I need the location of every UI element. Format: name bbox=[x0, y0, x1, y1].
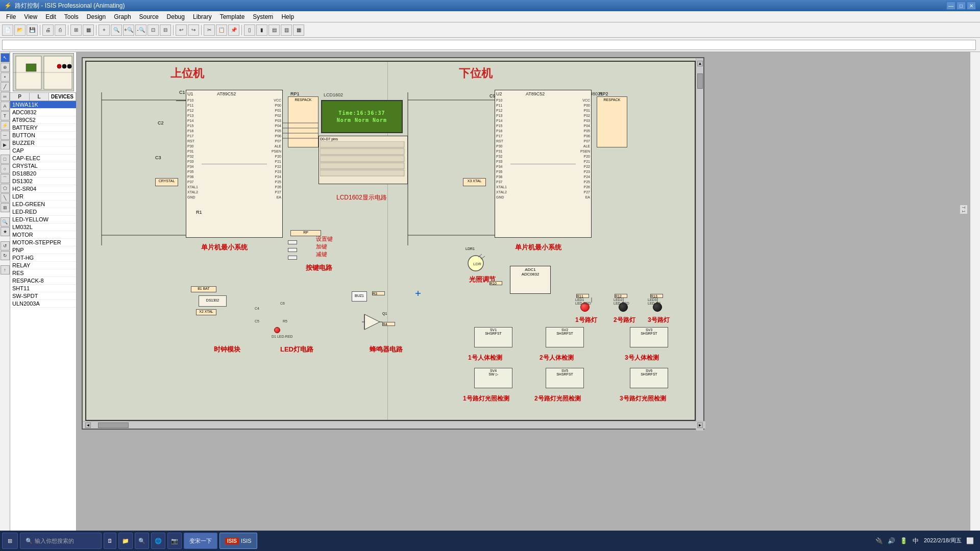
scroll-right-btn[interactable]: ► bbox=[697, 422, 703, 428]
cut-btn[interactable]: ✂ bbox=[204, 24, 215, 36]
tray-battery[interactable]: 🔋 bbox=[899, 537, 908, 545]
arc-tool[interactable]: ⌒ bbox=[1, 174, 10, 183]
taskbar-app-explorer[interactable]: 📁 bbox=[118, 533, 133, 549]
device-POT-HG[interactable]: POT-HG bbox=[10, 254, 76, 262]
symbol-tool[interactable]: ⊞ bbox=[1, 203, 10, 212]
zoom-fit-btn[interactable]: ⊡ bbox=[148, 24, 159, 36]
tab-l[interactable]: L bbox=[30, 93, 49, 101]
taskbar-app-calendar[interactable]: 🗓 bbox=[104, 533, 116, 549]
add-btn[interactable]: + bbox=[99, 24, 110, 36]
paste-btn[interactable]: 📌 bbox=[228, 24, 239, 36]
rotate-cw[interactable]: ↻ bbox=[1, 251, 10, 260]
device-ADC0832[interactable]: ADC0832 bbox=[10, 109, 76, 116]
bus-tool[interactable]: ═ bbox=[1, 92, 10, 101]
taskbar-app-store[interactable]: 📷 bbox=[167, 533, 182, 549]
close-button[interactable]: ✕ bbox=[967, 2, 976, 10]
menu-tools[interactable]: Tools bbox=[60, 12, 83, 21]
scroll-thumb-v[interactable] bbox=[697, 73, 703, 89]
print2-btn[interactable]: ⎙ bbox=[55, 24, 66, 36]
poly-tool[interactable]: ⬠ bbox=[1, 184, 10, 193]
copy-btn[interactable]: 📋 bbox=[216, 24, 227, 36]
print-btn[interactable]: 🖨 bbox=[42, 24, 54, 36]
zoom-area-btn[interactable]: ⊟ bbox=[160, 24, 171, 36]
device-BUZZER[interactable]: BUZZER bbox=[10, 139, 76, 147]
device-AT89C52[interactable]: AT89C52 bbox=[10, 116, 76, 124]
device-CRYSTAL[interactable]: CRYSTAL bbox=[10, 162, 76, 170]
menu-design[interactable]: Design bbox=[83, 12, 110, 21]
maximize-button[interactable]: □ bbox=[957, 2, 966, 10]
scroll-up-btn[interactable]: ▲ bbox=[697, 61, 703, 66]
minimize-button[interactable]: — bbox=[946, 2, 955, 10]
device-LED-YELLOW[interactable]: LED-YELLOW bbox=[10, 216, 76, 223]
box-tool[interactable]: □ bbox=[1, 155, 10, 164]
scroll-left-btn[interactable]: ◄ bbox=[85, 422, 91, 428]
menu-edit[interactable]: Edit bbox=[41, 12, 60, 21]
new-btn[interactable]: 📄 bbox=[2, 24, 13, 36]
device-CAP-ELEC[interactable]: CAP-ELEC bbox=[10, 155, 76, 162]
grid-btn[interactable]: ▦ bbox=[83, 24, 94, 36]
device-SW-SPDT[interactable]: SW-SPDT bbox=[10, 292, 76, 300]
schematic-canvas[interactable]: 上位机 下位机 U1 AT89C52 P10P11P12P13P14P15P16… bbox=[82, 57, 704, 430]
component-tool[interactable]: ⊕ bbox=[1, 63, 10, 72]
device-BUTTON[interactable]: BUTTON bbox=[10, 132, 76, 139]
start-button[interactable]: ⊞ bbox=[2, 533, 18, 549]
device-LED-GREEN[interactable]: LED-GREEN bbox=[10, 201, 76, 208]
scroll-bar-vertical[interactable]: ▲ ▼ bbox=[696, 58, 703, 431]
block3-btn[interactable]: ▤ bbox=[268, 24, 280, 36]
isis-taskbar-btn[interactable]: ISIS ISIS bbox=[219, 533, 257, 549]
device-ULN2003A[interactable]: ULN2003A bbox=[10, 300, 76, 308]
device-DS18B20[interactable]: DS18B20 bbox=[10, 170, 76, 178]
menu-debug[interactable]: Debug bbox=[163, 12, 189, 21]
menu-graph[interactable]: Graph bbox=[110, 12, 135, 21]
text-tool[interactable]: T bbox=[1, 111, 10, 120]
menu-file[interactable]: File bbox=[2, 12, 20, 21]
probe-tool[interactable]: 🔍 bbox=[1, 217, 10, 227]
marker-tool[interactable]: ★ bbox=[1, 227, 10, 236]
zoom-out-btn[interactable]: -🔍 bbox=[135, 24, 146, 36]
device-BATTERY[interactable]: BATTERY bbox=[10, 124, 76, 132]
device-LED-RED[interactable]: LED-RED bbox=[10, 208, 76, 216]
port-tool[interactable]: ▶ bbox=[1, 140, 10, 149]
tray-volume[interactable]: 🔊 bbox=[887, 537, 895, 545]
search-bar[interactable] bbox=[2, 40, 976, 50]
device-list[interactable]: 1NWA11K ADC0832 AT89C52 BATTERY BUTTON B… bbox=[10, 101, 76, 536]
circle-tool[interactable]: ○ bbox=[1, 164, 10, 173]
zoom-in-btn[interactable]: 🔍 bbox=[111, 24, 122, 36]
ime-button[interactable]: 变宋一下 bbox=[184, 533, 217, 549]
device-1NWA11K[interactable]: 1NWA11K bbox=[10, 101, 76, 109]
device-CAP[interactable]: CAP bbox=[10, 147, 76, 155]
label-tool[interactable]: A bbox=[1, 102, 10, 111]
scroll-thumb-h[interactable] bbox=[98, 422, 129, 428]
menu-help[interactable]: Help bbox=[277, 12, 298, 21]
save-btn[interactable]: 💾 bbox=[27, 24, 38, 36]
zoom-in2-btn[interactable]: +🔍 bbox=[123, 24, 134, 36]
menu-view[interactable]: View bbox=[20, 12, 41, 21]
menu-source[interactable]: Source bbox=[135, 12, 163, 21]
taskbar-app-edge[interactable]: 🌐 bbox=[151, 533, 165, 549]
tab-p[interactable]: P bbox=[10, 93, 30, 101]
device-LDR[interactable]: LDR bbox=[10, 193, 76, 201]
device-PNP[interactable]: PNP bbox=[10, 246, 76, 254]
pin-tool[interactable]: ─ bbox=[1, 131, 10, 140]
device-RELAY[interactable]: RELAY bbox=[10, 262, 76, 269]
menu-library[interactable]: Library bbox=[189, 12, 216, 21]
power-tool[interactable]: ⚡ bbox=[1, 121, 10, 130]
tray-network[interactable]: 🔌 bbox=[875, 537, 883, 545]
device-MOTOR-STEPPER[interactable]: MOTOR-STEPPER bbox=[10, 239, 76, 246]
tab-devices[interactable]: DEVICES bbox=[49, 93, 76, 101]
undo-btn[interactable]: ↩ bbox=[176, 24, 187, 36]
block2-btn[interactable]: ▮ bbox=[256, 24, 267, 36]
device-RESPACK-8[interactable]: RESPACK-8 bbox=[10, 277, 76, 285]
taskbar-app-search[interactable]: 🔍 bbox=[135, 533, 149, 549]
device-LM032L[interactable]: LM032L bbox=[10, 223, 76, 231]
open-btn[interactable]: 📂 bbox=[14, 24, 26, 36]
redo-btn[interactable]: ↪ bbox=[188, 24, 199, 36]
junction-tool[interactable]: • bbox=[1, 72, 10, 82]
select-tool[interactable]: ↖ bbox=[1, 53, 10, 62]
canvas-area[interactable]: 上位机 下位机 U1 AT89C52 P10P11P12P13P14P15P16… bbox=[77, 52, 970, 536]
move-up[interactable]: ↑ bbox=[1, 265, 10, 274]
device-DS1302[interactable]: DS1302 bbox=[10, 178, 76, 185]
scroll-bar-horizontal[interactable]: ◄ ► bbox=[83, 421, 705, 429]
line-tool[interactable]: ╲ bbox=[1, 193, 10, 203]
block5-btn[interactable]: ▦ bbox=[293, 24, 304, 36]
